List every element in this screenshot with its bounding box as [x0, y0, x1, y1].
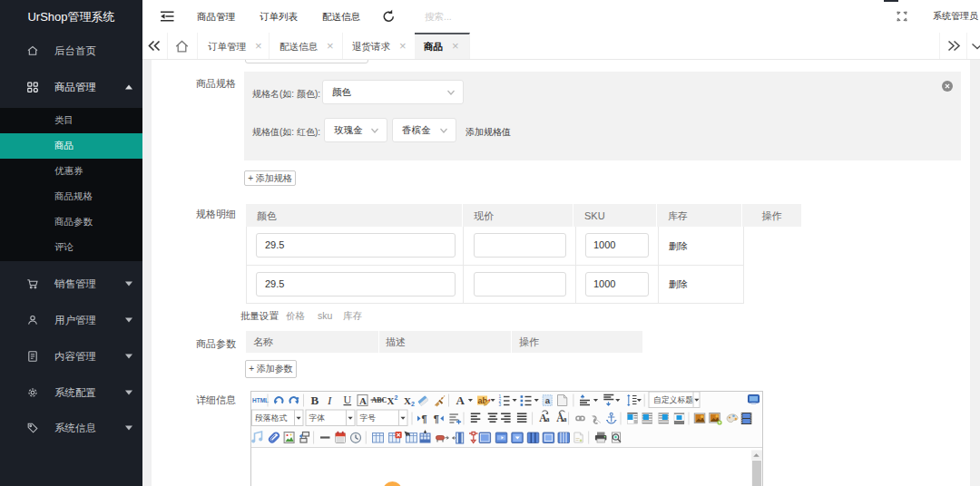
svg-text:B: B	[310, 394, 318, 407]
svg-text:I: I	[327, 394, 332, 407]
svg-text:2: 2	[411, 401, 415, 407]
svg-text:X: X	[404, 394, 411, 405]
svg-text:自定义标题: 自定义标题	[653, 395, 693, 404]
svg-text:a: a	[544, 395, 550, 405]
svg-text:¶: ¶	[433, 413, 438, 424]
svg-text:a: a	[563, 415, 566, 423]
svg-text:3: 3	[498, 403, 501, 407]
svg-text:2: 2	[394, 394, 397, 400]
svg-text:¶: ¶	[421, 413, 426, 424]
svg-text:HTML: HTML	[252, 396, 269, 403]
svg-text:A: A	[359, 394, 367, 405]
svg-text:段落格式: 段落格式	[255, 413, 287, 423]
svg-text:字号: 字号	[359, 413, 376, 423]
svg-text:U: U	[343, 394, 351, 406]
svg-text:a: a	[545, 415, 549, 423]
svg-text:X: X	[387, 394, 394, 405]
svg-text:A: A	[456, 394, 465, 407]
svg-text:字体: 字体	[309, 413, 325, 423]
